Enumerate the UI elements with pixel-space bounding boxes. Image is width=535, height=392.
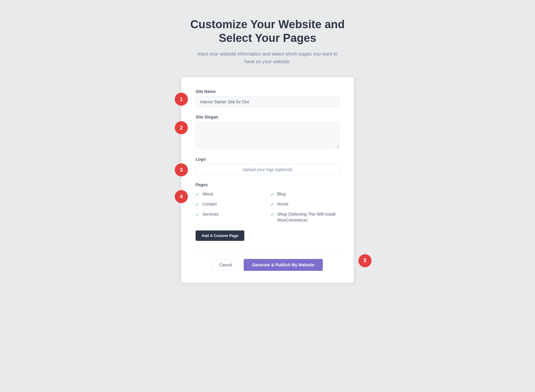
page-label-services[interactable]: Services: [202, 211, 218, 217]
logo-field-group: Logo Upload your logo (optional): [196, 157, 339, 175]
cancel-button[interactable]: Cancel: [212, 259, 239, 271]
page-label-blog[interactable]: Blog: [277, 191, 286, 197]
page-label-home[interactable]: Home: [277, 201, 288, 207]
list-item: ✓ Blog: [270, 191, 339, 197]
list-item: ✓ Services: [196, 211, 265, 223]
check-icon-about: ✓: [196, 192, 199, 197]
step-badge-5: 5: [358, 254, 372, 267]
form-actions: Cancel Generate & Publish My Website: [196, 259, 339, 271]
pages-field-group: Pages ✓ About ✓ Blog ✓ Conta: [196, 182, 339, 223]
site-slogan-input[interactable]: [196, 122, 339, 148]
form-card-wrapper: 1 2 3 4 5 Site Name Site Slogan Logo Upl…: [181, 77, 354, 282]
list-item: ✓ Contact: [196, 201, 265, 207]
generate-publish-button[interactable]: Generate & Publish My Website: [244, 259, 323, 271]
check-icon-home: ✓: [270, 202, 274, 207]
add-custom-page-button[interactable]: Add A Custom Page: [196, 230, 244, 241]
site-slogan-label: Site Slogan: [196, 115, 339, 119]
pages-grid: ✓ About ✓ Blog ✓ Contact ✓: [196, 191, 339, 223]
page-title: Customize Your Website and Select Your P…: [190, 18, 344, 45]
page-header: Customize Your Website and Select Your P…: [190, 18, 344, 65]
list-item: ✓ Shop (Selecting This Will Install WooC…: [270, 211, 339, 223]
page-container: Customize Your Website and Select Your P…: [6, 18, 529, 283]
page-subtitle: Input your website information and selec…: [196, 50, 339, 65]
site-slogan-field-group: Site Slogan: [196, 115, 339, 150]
check-icon-blog: ✓: [270, 192, 274, 197]
form-card: Site Name Site Slogan Logo Upload your l…: [181, 77, 354, 282]
pages-label: Pages: [196, 182, 339, 187]
page-label-about[interactable]: About: [202, 191, 213, 197]
page-label-contact[interactable]: Contact: [202, 201, 217, 207]
check-icon-contact: ✓: [196, 202, 199, 207]
check-icon-services: ✓: [196, 212, 199, 217]
logo-upload-button[interactable]: Upload your logo (optional): [196, 164, 339, 175]
site-name-field-group: Site Name: [196, 89, 339, 108]
check-icon-shop: ✓: [270, 212, 274, 217]
list-item: ✓ Home: [270, 201, 339, 207]
page-label-shop[interactable]: Shop (Selecting This Will Install WooCom…: [277, 211, 339, 223]
site-name-input[interactable]: [196, 96, 339, 108]
site-name-label: Site Name: [196, 89, 339, 94]
divider: [196, 250, 339, 251]
logo-label: Logo: [196, 157, 339, 162]
list-item: ✓ About: [196, 191, 265, 197]
